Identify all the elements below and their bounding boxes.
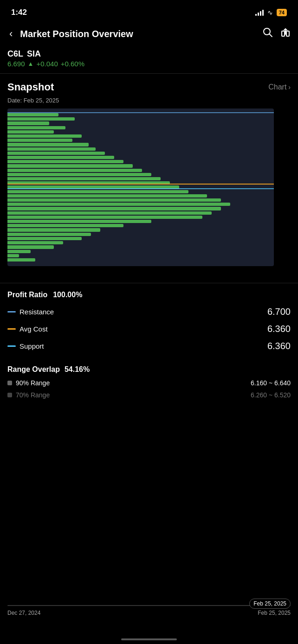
- bar-green: [7, 121, 49, 125]
- ticker-sia: SIA: [27, 49, 41, 59]
- search-icon[interactable]: [263, 27, 273, 40]
- price-current: 6.690: [7, 60, 25, 68]
- bar-green: [7, 233, 91, 236]
- bar-row: [7, 207, 274, 210]
- bar-green: [7, 130, 54, 134]
- bar-green: [7, 216, 202, 219]
- header-actions: [263, 27, 291, 40]
- bar-row: [7, 237, 274, 240]
- bar-green: [7, 169, 142, 172]
- ticker-c6l: C6L: [7, 49, 23, 59]
- bar-row: [7, 190, 274, 193]
- bar-green: [7, 207, 221, 210]
- bar-row: [7, 121, 274, 125]
- range-70-row: 70% Range 6.260 ~ 6.520: [7, 391, 291, 399]
- bar-row: [7, 220, 274, 223]
- range-overlap-value: 54.16%: [65, 365, 90, 374]
- bar-green: [7, 156, 114, 159]
- svg-rect-3: [286, 31, 289, 36]
- bar-green: [7, 258, 35, 261]
- range-90-value: 6.160 ~ 6.640: [251, 379, 291, 387]
- bar-row: [7, 258, 274, 261]
- bar-row: [7, 134, 274, 138]
- profit-ratio-row: Profit Ratio 100.00%: [7, 291, 291, 299]
- status-bar: 1:42 ∿ 74: [0, 0, 298, 22]
- range-90-label: 90% Range: [16, 379, 50, 387]
- bar-green: [7, 250, 31, 253]
- bar-row: [7, 152, 274, 155]
- bar-green: [7, 143, 89, 146]
- bar-green: [7, 237, 82, 240]
- avgcost-indicator: [7, 328, 16, 330]
- chart-link-label: Chart: [268, 83, 286, 91]
- bar-row: [7, 241, 274, 244]
- resistance-stat-row: Resistance 6.700: [7, 306, 291, 317]
- stock-price-row: 6.690 ▲ +0.040 +0.60%: [7, 60, 291, 68]
- timeline-section: Feb 25, 2025 Dec 27, 2024 Feb 25, 2025: [0, 605, 298, 616]
- timeline-end-date: Feb 25, 2025: [258, 610, 291, 616]
- bar-green: [7, 190, 188, 193]
- share-icon[interactable]: [280, 27, 291, 40]
- bar-green: [7, 134, 82, 138]
- snapshot-title: Snapshot: [7, 81, 54, 93]
- bars-area: [7, 108, 274, 266]
- bar-row: [7, 194, 274, 198]
- bar-green: [7, 220, 151, 223]
- stock-info: C6L SIA 6.690 ▲ +0.040 +0.60%: [0, 47, 298, 74]
- stats-section: Profit Ratio 100.00% Resistance 6.700 Av…: [0, 283, 298, 362]
- avgcost-value: 6.360: [267, 324, 291, 334]
- home-indicator: [121, 638, 177, 640]
- avg-cost-line: [7, 184, 274, 185]
- range-70-value: 6.260 ~ 6.520: [251, 391, 291, 399]
- range-overlap-label: Range Overlap: [7, 365, 60, 374]
- support-value: 6.360: [267, 341, 291, 351]
- profit-ratio-value: 100.00%: [53, 291, 82, 299]
- bar-green: [7, 203, 230, 206]
- status-icons: ∿ 74: [255, 9, 287, 16]
- bar-green: [7, 177, 161, 180]
- timeline-dates: Dec 27, 2024 Feb 25, 2025: [7, 610, 291, 616]
- bar-row: [7, 198, 274, 202]
- support-stat-row: Support 6.360: [7, 341, 291, 351]
- chart-link[interactable]: Chart ›: [268, 83, 291, 91]
- stock-ticker: C6L SIA: [7, 49, 291, 59]
- signal-icon: [255, 9, 264, 16]
- chevron-right-icon: ›: [288, 83, 291, 91]
- bar-row: [7, 156, 274, 159]
- range-90-row: 90% Range 6.160 ~ 6.640: [7, 379, 291, 387]
- bar-green: [7, 147, 96, 151]
- resistance-indicator: [7, 311, 16, 312]
- bar-green: [7, 152, 105, 155]
- bar-row: [7, 245, 274, 249]
- chart-inner: [7, 108, 274, 266]
- bar-row: [7, 203, 274, 206]
- bar-green: [7, 198, 221, 202]
- bar-green: [7, 117, 75, 121]
- chart-container: 6.700 6.360 6.360 5.960: [7, 108, 298, 275]
- bar-row: [7, 126, 274, 129]
- timeline-bar: Feb 25, 2025: [7, 605, 291, 606]
- timeline-bubble: Feb 25, 2025: [249, 599, 291, 609]
- bar-row: [7, 173, 274, 176]
- bar-row: [7, 169, 274, 172]
- bar-row: [7, 250, 274, 253]
- bar-row: [7, 130, 274, 134]
- bar-green: [7, 139, 72, 142]
- bar-green: [7, 245, 54, 249]
- resistance-label: Resistance: [19, 308, 54, 316]
- bar-row: [7, 177, 274, 180]
- range-title-row: Range Overlap 54.16%: [7, 365, 291, 374]
- bar-green: [7, 211, 212, 215]
- resistance-line: [7, 112, 274, 113]
- bar-row: [7, 143, 274, 146]
- bar-green: [7, 254, 19, 257]
- support-indicator: [7, 345, 16, 347]
- status-time: 1:42: [11, 8, 27, 17]
- range-70-square: [7, 393, 12, 397]
- avgcost-stat-row: Avg Cost 6.360: [7, 324, 291, 334]
- bar-row: [7, 139, 274, 142]
- bar-green: [7, 164, 133, 167]
- back-button[interactable]: ‹: [7, 26, 14, 42]
- price-pct: +0.60%: [61, 60, 84, 68]
- header: ‹ Market Position Overview: [0, 22, 298, 47]
